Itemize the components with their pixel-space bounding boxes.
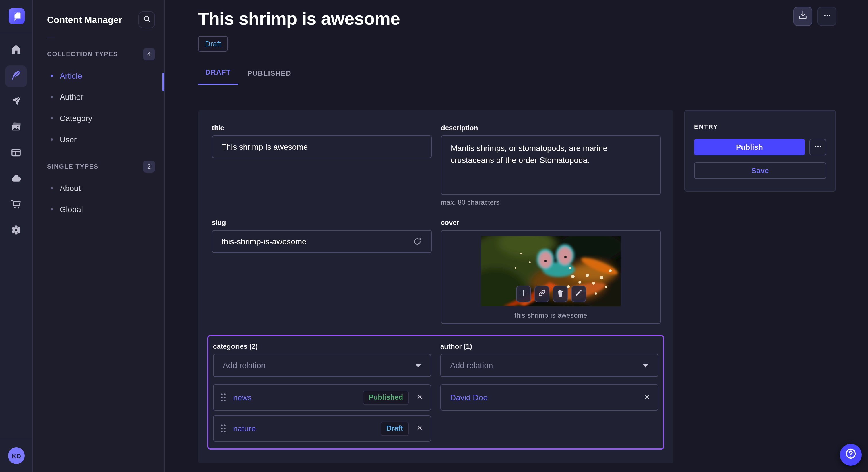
regenerate-slug-button[interactable] (413, 237, 422, 246)
remove-relation-button[interactable] (416, 393, 423, 402)
page-title: This shrimp is awesome (198, 9, 868, 29)
relation-link[interactable]: nature (233, 424, 381, 433)
categories-relation-list: news Published nature Draft (213, 384, 431, 442)
sidebar-item-article[interactable]: Article (33, 65, 164, 86)
sidebar-item-global[interactable]: Global (33, 198, 164, 220)
description-textarea[interactable]: Mantis shrimps, or stomatopods, are mari… (441, 135, 661, 195)
app-root: KD Content Manager COLLECTION TYPES 4 Ar… (0, 0, 868, 472)
ellipsis-icon (823, 11, 831, 22)
entry-panel: ENTRY Publish Save (684, 110, 836, 192)
collection-types-list: Article Author Category User (33, 65, 164, 150)
page-header: This shrimp is awesome Draft (165, 0, 868, 52)
sidebar-item-marketplace[interactable] (5, 194, 27, 216)
cart-icon (10, 198, 22, 212)
content-row: title This shrimp is awesome description… (198, 110, 836, 463)
sidebar-item-cloud[interactable] (5, 169, 27, 191)
cover-image[interactable] (481, 236, 621, 306)
relation-link[interactable]: news (233, 393, 363, 402)
remove-relation-button[interactable] (644, 393, 650, 402)
close-icon (644, 393, 650, 402)
version-tabs: DRAFT PUBLISHED (198, 68, 868, 85)
author-relation-list: David Doe (440, 384, 658, 411)
chevron-down-icon (642, 360, 649, 370)
sidebar-item-about[interactable]: About (33, 177, 164, 198)
drag-handle-icon[interactable] (220, 424, 226, 433)
relation-link[interactable]: David Doe (450, 393, 636, 402)
home-icon (10, 43, 22, 57)
help-button[interactable] (840, 444, 862, 466)
save-button[interactable]: Save (694, 162, 826, 179)
sidebar-item-category[interactable]: Category (33, 107, 164, 129)
link-icon (538, 289, 546, 299)
sidebar-item-author[interactable]: Author (33, 86, 164, 107)
more-actions-button[interactable] (817, 7, 836, 26)
sidebar-item-label: Category (60, 113, 92, 123)
slug-input[interactable]: this-shrimp-is-awesome (212, 230, 432, 253)
field-label: title (212, 124, 432, 132)
categories-relation-combobox[interactable]: Add relation (213, 354, 431, 377)
field-cover: cover (441, 218, 661, 324)
drag-handle-icon[interactable] (220, 393, 226, 402)
publish-button[interactable]: Publish (694, 139, 805, 156)
title-input[interactable]: This shrimp is awesome (212, 135, 432, 158)
nav-rail: KD (0, 0, 33, 472)
author-field: author (1) Add relation David Doe (440, 341, 658, 442)
field-label: cover (441, 218, 661, 227)
add-asset-button[interactable] (516, 285, 531, 302)
remove-relation-button[interactable] (416, 424, 423, 433)
sidebar-item-transfer[interactable] (5, 91, 27, 113)
relation-row-news: news Published (213, 384, 431, 411)
relation-status-badge: Published (363, 390, 409, 405)
relation-row-david-doe: David Doe (440, 384, 658, 411)
search-button[interactable] (138, 11, 155, 28)
author-relation-combobox[interactable]: Add relation (440, 354, 658, 377)
cloud-icon (10, 173, 22, 187)
topbar-actions (794, 7, 836, 26)
main-content: This shrimp is awesome Draft DRAFT PUBLI… (165, 0, 868, 472)
field-title: title This shrimp is awesome (212, 124, 432, 206)
title-value: This shrimp is awesome (222, 142, 308, 151)
entry-more-button[interactable] (809, 139, 826, 156)
pencil-icon (575, 289, 582, 299)
field-label: slug (212, 218, 432, 227)
section-label: COLLECTION TYPES (47, 50, 118, 57)
field-label: author (1) (440, 342, 658, 350)
cover-actions (516, 285, 586, 302)
strapi-logo[interactable] (9, 8, 25, 24)
close-icon (416, 393, 423, 402)
sidebar-item-media-library[interactable] (5, 117, 27, 139)
copy-link-button[interactable] (534, 285, 549, 302)
relation-status-badge: Draft (381, 421, 409, 436)
sidebar-header: Content Manager (33, 0, 164, 28)
sidebar-item-user[interactable]: User (33, 129, 164, 150)
bullet-icon (51, 208, 53, 210)
single-types-list: About Global (33, 177, 164, 220)
chevron-down-icon (415, 360, 422, 370)
bullet-icon (51, 138, 53, 140)
tab-published[interactable]: PUBLISHED (247, 69, 291, 85)
cover-card: this-shrimp-is-awesome (441, 230, 661, 324)
categories-field: categories (2) Add relation news Publish… (213, 341, 431, 442)
bullet-icon (51, 117, 53, 119)
relations-highlight-box: categories (2) Add relation news Publish… (207, 335, 664, 450)
search-icon (143, 15, 151, 25)
tab-draft[interactable]: DRAFT (198, 68, 238, 85)
export-button[interactable] (794, 7, 812, 26)
sidebar-item-settings[interactable] (5, 220, 27, 242)
delete-asset-button[interactable] (553, 285, 567, 302)
bullet-icon (51, 96, 53, 98)
avatar[interactable]: KD (8, 447, 25, 464)
sidebar-item-content-manager[interactable] (5, 65, 27, 87)
active-item-indicator (162, 73, 164, 91)
paper-plane-icon (10, 95, 22, 109)
edit-asset-button[interactable] (571, 285, 586, 302)
download-icon (798, 10, 808, 22)
sidebar-item-label: Author (60, 92, 84, 101)
sidebar-item-label: User (60, 134, 76, 144)
sidebar-item-label: Global (60, 204, 83, 214)
rail-divider (0, 33, 32, 33)
refresh-icon (413, 237, 422, 246)
rail-nav (0, 40, 32, 242)
sidebar-item-content-type-builder[interactable] (5, 143, 27, 165)
sidebar-item-home[interactable] (5, 40, 27, 61)
